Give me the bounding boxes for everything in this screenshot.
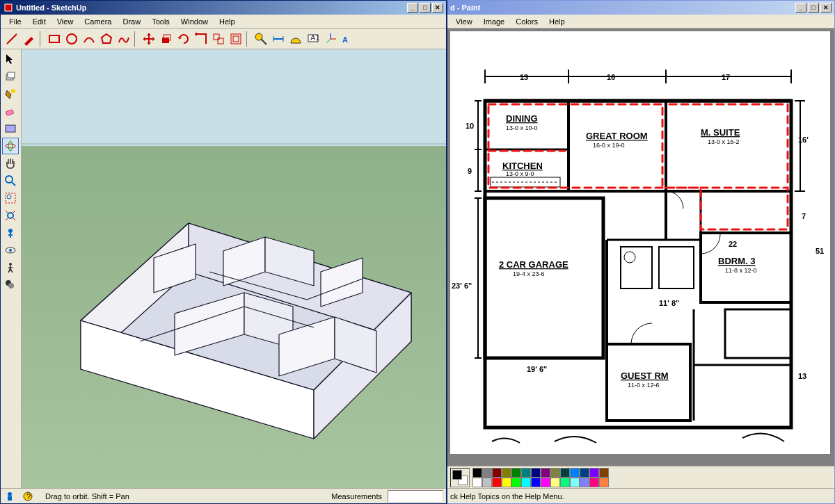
paint-menu-image[interactable]: Image: [478, 16, 511, 27]
palette-swatch[interactable]: [550, 468, 560, 478]
tool-move-icon[interactable]: [141, 31, 157, 47]
status-measure-input[interactable]: [388, 490, 443, 503]
svg-text:9: 9: [468, 167, 472, 175]
tool-line-icon[interactable]: [3, 31, 20, 47]
palette-swatch[interactable]: [589, 468, 599, 478]
palette-swatch[interactable]: [472, 468, 482, 478]
palette-swatch[interactable]: [482, 478, 492, 487]
palette-swatch[interactable]: [570, 478, 580, 487]
svg-point-28: [6, 144, 15, 148]
palette-swatch[interactable]: [482, 468, 492, 478]
close-button[interactable]: ✕: [432, 3, 443, 13]
side-select-icon[interactable]: [2, 51, 19, 67]
tool-scale-icon[interactable]: [210, 31, 227, 47]
palette-swatch[interactable]: [502, 478, 511, 487]
paint-menu-view[interactable]: View: [450, 16, 478, 27]
tool-text-icon[interactable]: A1: [305, 31, 321, 47]
palette-swatch[interactable]: [511, 478, 521, 487]
palette-swatch[interactable]: [521, 468, 531, 478]
side-pan-icon[interactable]: [2, 155, 19, 172]
menu-window[interactable]: Window: [175, 16, 214, 27]
side-orbit-icon[interactable]: [2, 138, 19, 154]
svg-text:11-0 x 12-6: 11-0 x 12-6: [628, 382, 660, 389]
side-walk-icon[interactable]: [2, 259, 19, 276]
sketchup-titlebar[interactable]: Untitled - SketchUp _ □ ✕: [1, 1, 446, 15]
svg-text:7: 7: [802, 212, 806, 220]
svg-point-61: [8, 492, 12, 496]
side-rect-icon[interactable]: [2, 120, 19, 137]
side-zoomext-icon[interactable]: [2, 207, 19, 224]
palette-swatch[interactable]: [492, 468, 502, 478]
side-shadows-icon[interactable]: [2, 277, 19, 293]
tool-axes-icon[interactable]: [322, 31, 339, 47]
side-lookaround-icon[interactable]: [2, 242, 19, 259]
svg-text:19-4 x 23-6: 19-4 x 23-6: [513, 270, 545, 277]
tool-polygon-icon[interactable]: [98, 31, 115, 47]
paint-canvas[interactable]: DINING 13-0 x 10-0 GREAT ROOM 16-0 x 19-…: [450, 31, 830, 454]
svg-point-34: [8, 213, 13, 218]
palette-swatch[interactable]: [589, 478, 599, 487]
maximize-button[interactable]: □: [420, 3, 431, 13]
tool-rotate-icon[interactable]: [175, 31, 192, 47]
palette-swatch[interactable]: [560, 478, 570, 487]
tool-freehand-icon[interactable]: [116, 31, 132, 47]
palette-current[interactable]: [450, 468, 470, 487]
side-zoomwin-icon[interactable]: [2, 190, 19, 206]
svg-point-37: [9, 249, 12, 252]
svg-rect-8: [214, 34, 219, 40]
palette-swatch[interactable]: [570, 468, 580, 478]
side-zoom-icon[interactable]: [2, 172, 19, 189]
sketchup-viewport[interactable]: [22, 49, 446, 488]
tool-3dtext-icon[interactable]: A: [340, 31, 356, 47]
tool-followme-icon[interactable]: [193, 31, 209, 47]
menu-view[interactable]: View: [51, 16, 79, 27]
paint-minimize-button[interactable]: _: [795, 3, 806, 13]
palette-swatch[interactable]: [502, 468, 511, 478]
palette-swatch[interactable]: [580, 478, 589, 487]
palette-swatch[interactable]: [511, 468, 521, 478]
side-eraser-icon[interactable]: [2, 103, 19, 120]
tool-protractor-icon[interactable]: [287, 31, 304, 47]
tool-offset-icon[interactable]: [228, 31, 244, 47]
tool-arc-icon[interactable]: [81, 31, 97, 47]
palette-grid[interactable]: [472, 468, 609, 487]
palette-swatch[interactable]: [531, 468, 541, 478]
tool-pushpull-icon[interactable]: [158, 31, 175, 47]
menu-edit[interactable]: Edit: [27, 16, 51, 27]
paint-title: d - Paint: [450, 3, 480, 12]
paint-maximize-button[interactable]: □: [808, 3, 819, 13]
palette-swatch[interactable]: [599, 468, 609, 478]
menu-help[interactable]: Help: [214, 16, 241, 27]
side-component-icon[interactable]: [2, 68, 19, 85]
menu-camera[interactable]: Camera: [79, 16, 117, 27]
palette-swatch[interactable]: [492, 478, 502, 487]
tool-dimension-icon[interactable]: [270, 31, 287, 47]
palette-swatch[interactable]: [541, 478, 550, 487]
palette-swatch[interactable]: [560, 468, 570, 478]
palette-swatch[interactable]: [472, 478, 482, 487]
menu-tools[interactable]: Tools: [146, 16, 175, 27]
palette-swatch[interactable]: [541, 468, 550, 478]
tool-circle-icon[interactable]: [63, 31, 80, 47]
menu-draw[interactable]: Draw: [117, 16, 146, 27]
palette-swatch[interactable]: [599, 478, 609, 487]
tool-pencil-icon[interactable]: [21, 31, 38, 47]
palette-swatch[interactable]: [531, 478, 541, 487]
paint-menu-colors[interactable]: Colors: [510, 16, 543, 27]
side-paint-icon[interactable]: [2, 86, 19, 102]
minimize-button[interactable]: _: [407, 3, 418, 13]
label-bdrm3: BDRM. 3: [718, 256, 755, 266]
paint-titlebar[interactable]: d - Paint _ □ ✕: [447, 1, 834, 15]
tool-tape-icon[interactable]: [253, 31, 269, 47]
paint-menu-help[interactable]: Help: [543, 16, 571, 27]
paint-close-button[interactable]: ✕: [820, 3, 832, 13]
palette-swatch[interactable]: [550, 478, 560, 487]
side-position-icon[interactable]: [2, 225, 19, 241]
svg-text:A: A: [342, 35, 348, 44]
palette-swatch[interactable]: [580, 468, 589, 478]
menu-file[interactable]: File: [3, 16, 27, 27]
status-help-icon[interactable]: ?: [22, 490, 34, 503]
svg-line-13: [261, 39, 267, 44]
tool-rectangle-icon[interactable]: [46, 31, 63, 47]
palette-swatch[interactable]: [521, 478, 531, 487]
